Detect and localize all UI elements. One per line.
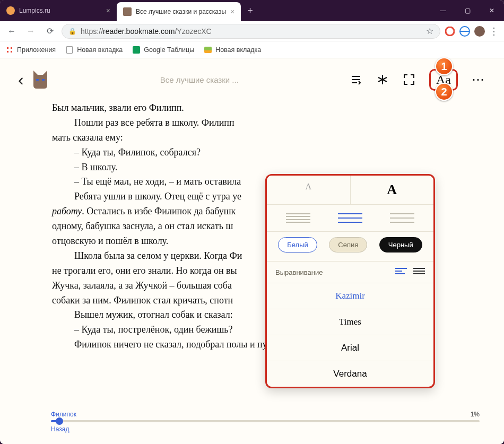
- sheets-icon: [133, 46, 140, 54]
- theme-row: Белый Сепия Черный: [267, 232, 433, 262]
- url-scheme: https://: [81, 27, 103, 36]
- url-host: reader.bookmate.com: [103, 27, 175, 36]
- paragraph: – В школу.: [52, 160, 419, 175]
- tab-lumpics[interactable]: Lumpics.ru ×: [0, 0, 117, 21]
- font-option-kazimir[interactable]: Kazimir: [267, 283, 433, 309]
- paragraph: – Куда ты, Филипок, собрался?: [52, 145, 419, 160]
- titlebar: Lumpics.ru × Все лучшие сказки и рассказ…: [0, 0, 504, 21]
- tab-bookmate[interactable]: Все лучшие сказки и рассказы ×: [117, 2, 241, 21]
- chapter-label: Филипок: [51, 411, 76, 418]
- reader-tools: Aa ⋯: [350, 69, 486, 91]
- line-spacing-row: [267, 205, 433, 232]
- lock-icon: 🔒: [68, 28, 76, 35]
- close-icon[interactable]: ×: [106, 6, 110, 15]
- profile-avatar[interactable]: [474, 26, 485, 37]
- apps-icon: [6, 46, 13, 54]
- book-title: Все лучшие сказки ...: [57, 75, 342, 84]
- reader-header: ‹ Все лучшие сказки ... Aa ⋯: [0, 58, 504, 101]
- paragraph: мать сказала ему:: [52, 130, 419, 145]
- line-spacing-loose[interactable]: [390, 213, 414, 223]
- bookmark-label: Новая вкладка: [77, 46, 123, 54]
- address-bar[interactable]: 🔒 https://reader.bookmate.com/YzozecXC ☆: [62, 24, 440, 39]
- alignment-label: Выравнивание: [275, 268, 323, 276]
- theme-sepia[interactable]: Сепия: [329, 237, 367, 253]
- bookmarks-bar: Приложения Новая вкладка Google Таблицы …: [0, 41, 504, 58]
- svg-point-0: [446, 27, 454, 36]
- browser-window: Lumpics.ru × Все лучшие сказки и рассказ…: [0, 0, 504, 444]
- back-button[interactable]: ←: [4, 27, 19, 36]
- window-controls: — ▢ ✕: [431, 0, 504, 21]
- font-option-times[interactable]: Times: [267, 309, 433, 335]
- chevron-left-icon[interactable]: ‹: [18, 70, 24, 90]
- bookmark-label: Google Таблицы: [144, 46, 194, 54]
- percent-label: 1%: [471, 411, 480, 418]
- theme-white[interactable]: Белый: [278, 237, 317, 253]
- align-left-button[interactable]: [395, 268, 407, 276]
- svg-rect-2: [42, 79, 45, 81]
- image-icon: [204, 47, 212, 53]
- kebab-menu-icon[interactable]: ⋮: [489, 25, 500, 37]
- progress-bar-area: Филипок 1% Назад: [51, 411, 480, 433]
- reload-button[interactable]: ⟳: [42, 26, 57, 36]
- new-tab-button[interactable]: +: [241, 0, 259, 21]
- font-size-increase[interactable]: A: [350, 176, 434, 204]
- font-size-decrease[interactable]: A: [267, 176, 350, 204]
- bookmark-apps[interactable]: Приложения: [5, 46, 56, 54]
- favicon-bookmate: [123, 7, 132, 16]
- favicon-lumpics: [6, 6, 15, 15]
- line-spacing-dense[interactable]: [286, 213, 310, 223]
- font-size-row: A A: [267, 176, 433, 205]
- font-option-arial[interactable]: Arial: [267, 335, 433, 361]
- more-icon[interactable]: ⋯: [472, 72, 486, 87]
- callout-badge-2: 2: [435, 83, 453, 101]
- svg-rect-1: [36, 79, 39, 81]
- page-icon: [66, 46, 73, 54]
- theme-black[interactable]: Черный: [379, 237, 422, 253]
- paragraph: Был мальчик, звали его Филипп.: [52, 101, 419, 116]
- align-justify-button[interactable]: [413, 268, 425, 276]
- tab-title: Все лучшие сказки и рассказы: [136, 8, 226, 15]
- asterisk-icon[interactable]: [376, 73, 389, 86]
- url-path: /YzozecXC: [175, 27, 211, 36]
- close-icon[interactable]: ×: [230, 7, 234, 16]
- bookmark-label: Новая вкладка: [215, 46, 261, 54]
- bookmate-logo-icon[interactable]: [31, 69, 49, 90]
- fullscreen-icon[interactable]: [403, 73, 415, 86]
- bookmark-item[interactable]: Новая вкладка: [65, 46, 123, 54]
- font-option-verdana[interactable]: Verdana: [267, 361, 433, 387]
- callout-badge-1: 1: [435, 57, 453, 75]
- paragraph: Пошли раз все ребята в школу. Филипп: [52, 116, 419, 130]
- bookmark-label: Приложения: [17, 46, 56, 54]
- reader-viewport: ‹ Все лучшие сказки ... Aa ⋯: [0, 58, 504, 444]
- minimize-button[interactable]: —: [431, 0, 455, 21]
- line-spacing-normal[interactable]: [338, 213, 362, 223]
- close-button[interactable]: ✕: [480, 0, 504, 21]
- progress-track[interactable]: [51, 420, 480, 422]
- contents-icon[interactable]: [350, 73, 362, 86]
- tab-title: Lumpics.ru: [19, 7, 50, 14]
- extension-opera-icon[interactable]: [445, 26, 455, 37]
- bookmark-item[interactable]: Новая вкладка: [204, 46, 261, 54]
- back-link[interactable]: Назад: [51, 425, 69, 433]
- progress-handle[interactable]: [56, 417, 63, 425]
- nav-toolbar: ← → ⟳ 🔒 https://reader.bookmate.com/Yzoz…: [0, 21, 504, 41]
- translate-icon[interactable]: [459, 26, 470, 37]
- alignment-row: Выравнивание: [267, 262, 433, 283]
- font-family-list: Kazimir Times Arial Verdana: [267, 283, 433, 387]
- maximize-button[interactable]: ▢: [455, 0, 480, 21]
- bookmark-item[interactable]: Google Таблицы: [132, 46, 194, 54]
- forward-button[interactable]: →: [23, 27, 38, 36]
- bookmark-star-icon[interactable]: ☆: [426, 26, 433, 36]
- font-settings-popup: A A Белый Сепия Черный Выравнивание Kazi…: [265, 174, 435, 388]
